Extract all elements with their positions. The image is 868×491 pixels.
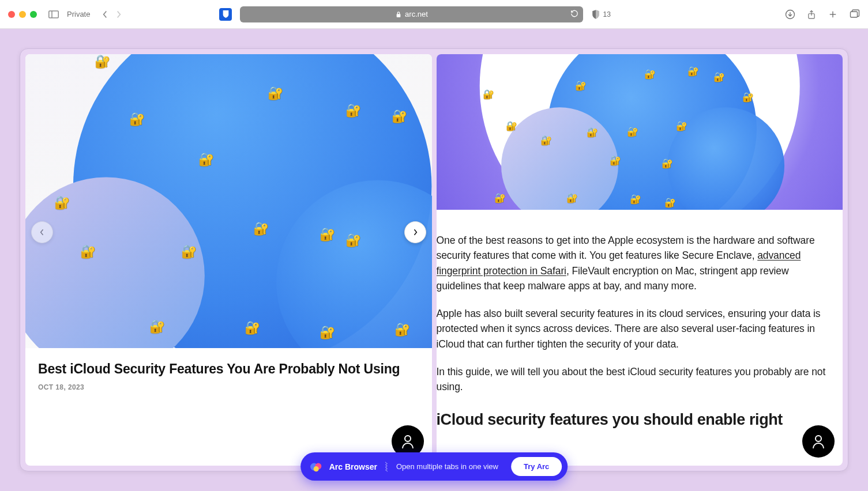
padlock-icon: 🔐 [627,126,638,137]
carousel-prev-button[interactable] [31,221,53,243]
bitwarden-extension-icon[interactable] [219,8,232,21]
person-icon [811,434,825,449]
article-subheading: iCloud security features you should enab… [437,407,832,430]
padlock-icon: 🔐 [181,244,197,259]
promo-tagline: Open multiple tabs in one view [396,462,498,471]
try-arc-button[interactable]: Try Arc [511,457,562,476]
new-tab-icon[interactable] [828,9,838,20]
promo-brand: Arc Browser [329,462,377,471]
svg-point-21 [313,466,318,471]
private-mode-label: Private [67,10,90,18]
svg-point-18 [816,436,821,441]
padlock-icon: 🔐 [494,192,506,203]
share-icon[interactable] [807,9,816,20]
svg-rect-2 [397,14,401,17]
padlock-icon: 🔐 [95,54,110,69]
padlock-icon: 🔐 [129,112,145,127]
svg-rect-0 [49,11,59,18]
split-view-container: 🔐 🔐 🔐 🔐 🔐 🔐 🔐 🔐 🔐 🔐 🔐 🔐 🔐 🔐 🔐 🔐 [20,48,848,471]
arc-logo-icon [310,460,322,473]
svg-point-13 [405,436,411,441]
padlock-icon: 🔐 [630,194,641,205]
padlock-icon: 🔐 [566,192,578,203]
hero-image-left: 🔐 🔐 🔐 🔐 🔐 🔐 🔐 🔐 🔐 🔐 🔐 🔐 🔐 🔐 🔐 🔐 [25,54,432,348]
separator: ⦚ [384,462,389,472]
left-pane: 🔐 🔐 🔐 🔐 🔐 🔐 🔐 🔐 🔐 🔐 🔐 🔐 🔐 🔐 🔐 🔐 [25,54,432,466]
padlock-icon: 🔐 [253,221,269,236]
back-button[interactable] [102,10,108,18]
browser-toolbar: Private arc.net 13 [0,0,868,29]
profile-button[interactable] [802,425,835,458]
padlock-icon: 🔐 [345,233,361,248]
article-body: One of the best reasons to get into the … [437,210,843,430]
padlock-icon: 🔐 [345,103,361,118]
padlock-icon: 🔐 [54,195,70,210]
maximize-window-button[interactable] [30,11,37,18]
sidebar-toggle-icon[interactable] [48,10,59,18]
padlock-icon: 🔐 [320,325,335,340]
padlock-icon: 🔐 [713,71,725,82]
tracker-shield[interactable]: 13 [591,9,610,20]
padlock-icon: 🔐 [268,86,283,101]
tabs-overview-icon[interactable] [850,9,860,20]
padlock-icon: 🔐 [540,135,552,146]
url-text: arc.net [405,10,428,18]
carousel-next-button[interactable] [404,221,426,243]
article-headline[interactable]: Best iCloud Security Features You Are Pr… [38,361,419,377]
padlock-icon: 🔐 [483,89,494,100]
forward-button[interactable] [115,10,122,18]
downloads-icon[interactable] [785,9,795,20]
lock-icon [396,11,401,18]
hero-image-right: 🔐 🔐 🔐 🔐 🔐 🔐 🔐 🔐 🔐 🔐 🔐 🔐 🔐 🔐 🔐 🔐 🔐 [437,54,843,210]
padlock-icon: 🔐 [662,158,673,169]
shield-icon [591,9,600,20]
right-pane: 🔐 🔐 🔐 🔐 🔐 🔐 🔐 🔐 🔐 🔐 🔐 🔐 🔐 🔐 🔐 🔐 🔐 [437,54,843,466]
padlock-icon: 🔐 [575,80,587,91]
article-paragraph: In this guide, we will tell you about th… [437,364,832,395]
padlock-icon: 🔐 [676,120,687,131]
svg-rect-9 [851,12,858,17]
reload-icon[interactable] [570,9,578,19]
padlock-icon: 🔐 [506,120,517,131]
padlock-icon: 🔐 [245,320,260,335]
padlock-icon: 🔐 [664,197,676,208]
person-icon [401,434,415,449]
page-viewport: 🔐 🔐 🔐 🔐 🔐 🔐 🔐 🔐 🔐 🔐 🔐 🔐 🔐 🔐 🔐 🔐 [0,29,868,491]
padlock-icon: 🔐 [610,155,621,166]
padlock-icon: 🔐 [392,109,407,124]
padlock-icon: 🔐 [742,92,754,103]
minimize-window-button[interactable] [19,11,26,18]
padlock-icon: 🔐 [149,319,165,334]
window-controls [8,11,37,18]
padlock-icon: 🔐 [687,66,699,77]
article-paragraph: Apple has also built several security fe… [437,306,832,352]
address-bar[interactable]: arc.net [240,6,583,22]
padlock-icon: 🔐 [198,152,214,167]
padlock-icon: 🔐 [80,244,96,259]
tracker-count: 13 [603,10,610,18]
padlock-icon: 🔐 [394,322,410,337]
padlock-icon: 🔐 [644,69,656,80]
article-paragraph: One of the best reasons to get into the … [437,233,832,293]
padlock-icon: 🔐 [587,127,598,138]
padlock-icon: 🔐 [320,227,335,242]
close-window-button[interactable] [8,11,15,18]
article-date: OCT 18, 2023 [38,383,419,391]
promo-pill: Arc Browser ⦚ Open multiple tabs in one … [300,452,568,481]
